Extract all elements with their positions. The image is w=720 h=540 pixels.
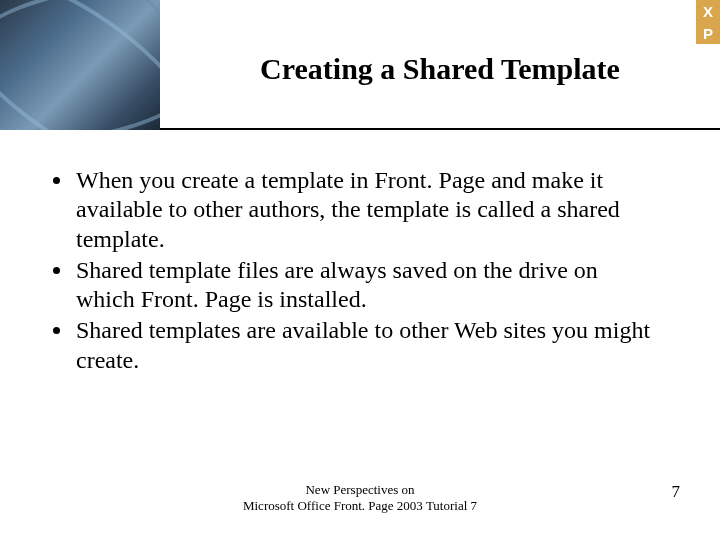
slide-body: When you create a template in Front. Pag…: [0, 130, 720, 375]
list-item: Shared templates are available to other …: [74, 316, 662, 375]
slide-header: Creating a Shared Template X P: [0, 0, 720, 130]
title-underline: [160, 128, 720, 130]
xp-badge-line1: X: [696, 0, 720, 22]
xp-badge: X P: [696, 0, 720, 44]
list-item: Shared template files are always saved o…: [74, 256, 662, 315]
decorative-globe-image: [0, 0, 160, 130]
slide-footer: New Perspectives on Microsoft Office Fro…: [0, 482, 720, 522]
bullet-list: When you create a template in Front. Pag…: [44, 166, 662, 375]
list-item: When you create a template in Front. Pag…: [74, 166, 662, 254]
footer-line1: New Perspectives on: [0, 482, 720, 498]
footer-line2: Microsoft Office Front. Page 2003 Tutori…: [0, 498, 720, 514]
xp-badge-line2: P: [696, 22, 720, 44]
page-number: 7: [672, 482, 681, 502]
slide-title: Creating a Shared Template: [160, 52, 720, 86]
title-area: Creating a Shared Template: [160, 0, 720, 130]
footer-text: New Perspectives on Microsoft Office Fro…: [0, 482, 720, 515]
